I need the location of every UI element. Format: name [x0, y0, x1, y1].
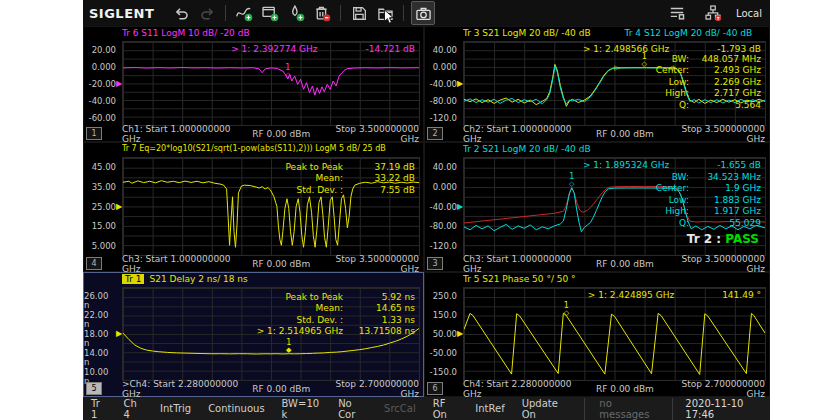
y-tick: 150.0 [433, 311, 457, 320]
mouse-cursor [383, 9, 395, 25]
window-tr1-delay-active[interactable]: Tr 1S21 Delay 2 ns/ 18 ns 26.00 n 22.00 … [83, 272, 424, 397]
window-tr5-phase[interactable]: Tr 5 S21 Phase 50 °/ 50 ° 250.0 150.0 50… [424, 272, 770, 397]
channel-footer: 5 >Ch4: Start 2.280000000 GHz RF 0.00 dB… [86, 382, 420, 395]
stop-freq: Stop 3.500000000 GHz [324, 254, 420, 274]
y-tick: -120.0 [430, 114, 457, 123]
display-setup-button[interactable] [666, 2, 688, 24]
save-button[interactable] [348, 2, 370, 24]
ref-level-marker: ▶ [116, 329, 122, 338]
trace-plot-tr5 [464, 288, 765, 380]
rf-power: RF 0.00 dBm [581, 129, 669, 139]
window-number-badge[interactable]: 5 [86, 382, 102, 395]
status-reference: IntRef [475, 403, 504, 414]
bandwidth-stats-tr3: BW:448.057 MHz Center:2.493 GHz Low:2.26… [656, 54, 761, 112]
trace-title-tr6[interactable]: Tr 6 S11 LogM 10 dB/ -20 dB [122, 28, 250, 41]
y-tick: 50.00 [433, 330, 457, 339]
window-tr2-s21[interactable]: Tr 2 S21 LogM 20 dB/ -40 dB 40.00 0.000 … [424, 142, 770, 272]
limit-test-result: Tr 2 : PASS [687, 232, 759, 246]
window-number-badge[interactable]: 2 [427, 127, 443, 140]
marker-readout-tr3: > 1: 2.498566 GHz-1.793 dB [464, 44, 761, 54]
delete-button[interactable] [311, 2, 333, 24]
plot-tr5[interactable]: ▶ > 1: 2.424895 GHz141.49 ° 1◇ [463, 287, 766, 381]
status-source-cal: SrcCal [384, 403, 416, 414]
statistics-tr7: Peak to Peak37.19 dB Mean:33.22 dB Std. … [286, 162, 416, 197]
window-number-badge[interactable]: 4 [86, 257, 102, 270]
window-tr6-s11[interactable]: Tr 6 S11 LogM 10 dB/ -20 dB 20.00 0.000 … [83, 26, 424, 142]
status-correction: No Cor [338, 398, 367, 420]
y-tick: 250.0 [433, 292, 457, 301]
y-axis-tr6: 20.00 0.000 -20.00 -40.00 -60.00 [84, 41, 119, 126]
trace-marker[interactable]: ▷ [614, 64, 619, 71]
plot-tr2[interactable]: ▶ > 1: 1.895324 GHz-1.655 dB BW:34.523 M… [463, 157, 766, 256]
status-rf-output: RF On [433, 398, 459, 420]
trace-title-tr2[interactable]: Tr 2 S21 LogM 20 dB/ -40 dB [463, 144, 591, 157]
save-floppy-icon [351, 5, 368, 22]
plot-tr6[interactable]: ▶ > 1: 2.392774 GHz-14.721 dB 1◇ [122, 41, 420, 126]
stop-freq: Stop 2.700000000 GHz [669, 379, 766, 399]
status-active-trace: Tr 1 [91, 398, 107, 420]
toolbar: SIGLENT [83, 0, 770, 26]
y-tick: 40.00 [433, 46, 457, 55]
status-bar: Tr 1 Ch 4 IntTrig Continuous BW=10 k No … [83, 397, 770, 420]
network-status-button[interactable] [702, 2, 724, 24]
undo-button[interactable] [170, 2, 192, 24]
trace-marker[interactable]: 1◇ [564, 302, 569, 317]
trace-marker[interactable]: 1◇ [569, 173, 574, 188]
y-tick: -50.00 [430, 349, 457, 358]
status-sweep-mode: Continuous [208, 403, 264, 414]
trace-marker[interactable]: 1◆ [286, 339, 291, 354]
y-tick: 20.00 [92, 46, 116, 55]
trace-title-tr5[interactable]: Tr 5 S21 Phase 50 °/ 50 ° [463, 274, 576, 287]
analyzer-screen: SIGLENT [83, 0, 770, 420]
y-tick: 45.00 [92, 163, 116, 172]
display-setup-icon [668, 4, 686, 22]
trace-title-tr7[interactable]: Tr 7 Eq=20*log10(S21/sqrt(1-pow(abs(S11)… [122, 144, 386, 157]
network-icon [704, 4, 722, 22]
y-tick: 15.00 [92, 222, 116, 231]
ref-level-marker: ▶ [457, 79, 463, 88]
undo-icon [173, 5, 190, 22]
y-tick: 22.00 n [84, 311, 116, 329]
add-trace-icon [235, 4, 253, 22]
screenshot-button[interactable] [411, 1, 435, 25]
window-grid: Tr 6 S11 LogM 10 dB/ -20 dB 20.00 0.000 … [83, 26, 770, 397]
add-trace-button[interactable] [233, 2, 255, 24]
trace-title-tr3[interactable]: Tr 3 S21 LogM 20 dB/ -40 dB [463, 28, 591, 41]
y-axis-tr5: 250.0 150.0 50.00 -50.00 -150.0 [425, 287, 460, 381]
trace-marker[interactable]: 1◇ [642, 53, 647, 68]
trace-plot-tr6 [123, 42, 419, 125]
window-number-badge[interactable]: 1 [86, 127, 102, 140]
status-trigger: IntTrig [160, 403, 191, 414]
active-trace-chip[interactable]: Tr 1 [122, 274, 144, 284]
rf-power: RF 0.00 dBm [581, 384, 669, 394]
trace-marker[interactable]: ◁ [668, 64, 673, 71]
status-if-bandwidth: BW=10 k [282, 398, 322, 420]
plot-tr1[interactable]: ▶ Peak to Peak5.92 ns Mean:14.65 ns Std.… [122, 287, 420, 381]
redo-button[interactable] [196, 2, 218, 24]
start-freq: Ch4: Start 2.280000000 GHz [463, 379, 581, 399]
trace-title-tr4[interactable]: Tr 4 S12 LogM 20 dB/ -40 dB [625, 28, 753, 41]
channel-footer: 3 Ch3: Start 1.000000000 GHz RF 0.00 dBm… [427, 257, 766, 270]
y-axis-tr3: 40.00 0.000 -40.00 -80.00 -120.0 [425, 41, 460, 126]
marker-readout-tr2: > 1: 1.895324 GHz-1.655 dB [464, 160, 761, 170]
window-number-badge[interactable]: 6 [427, 382, 443, 395]
plot-tr7[interactable]: ▶ Peak to Peak37.19 dB Mean:33.22 dB Std… [122, 157, 420, 256]
window-tr7-eq[interactable]: Tr 7 Eq=20*log10(S21/sqrt(1-pow(abs(S11)… [83, 142, 424, 272]
pass-badge: PASS [725, 232, 759, 246]
rf-power: RF 0.00 dBm [238, 259, 324, 269]
status-active-channel: Ch 4 [124, 398, 143, 420]
add-marker-button[interactable] [285, 2, 307, 24]
trace-marker[interactable]: 1◇ [285, 64, 290, 79]
plot-tr3[interactable]: ▶ > 1: 2.498566 GHz-1.793 dB BW:448.057 … [463, 41, 766, 126]
add-window-button[interactable] [259, 2, 281, 24]
y-tick: -80.00 [430, 97, 457, 106]
window-number-badge[interactable]: 3 [427, 257, 443, 270]
trace-title-tr1[interactable]: S21 Delay 2 ns/ 18 ns [149, 274, 247, 284]
y-tick: -40.00 [89, 97, 116, 106]
add-marker-icon [287, 4, 305, 22]
window-tr3-tr4[interactable]: Tr 3 S21 LogM 20 dB/ -40 dBTr 4 S12 LogM… [424, 26, 770, 142]
local-remote-button[interactable]: Local [736, 8, 762, 19]
y-tick: 35.00 [92, 183, 116, 192]
channel-footer: 2 Ch2: Start 1.000000000 GHz RF 0.00 dBm… [427, 127, 766, 140]
channel-footer: 4 Ch3: Start 1.000000000 GHz RF 0.00 dBm… [86, 257, 420, 270]
